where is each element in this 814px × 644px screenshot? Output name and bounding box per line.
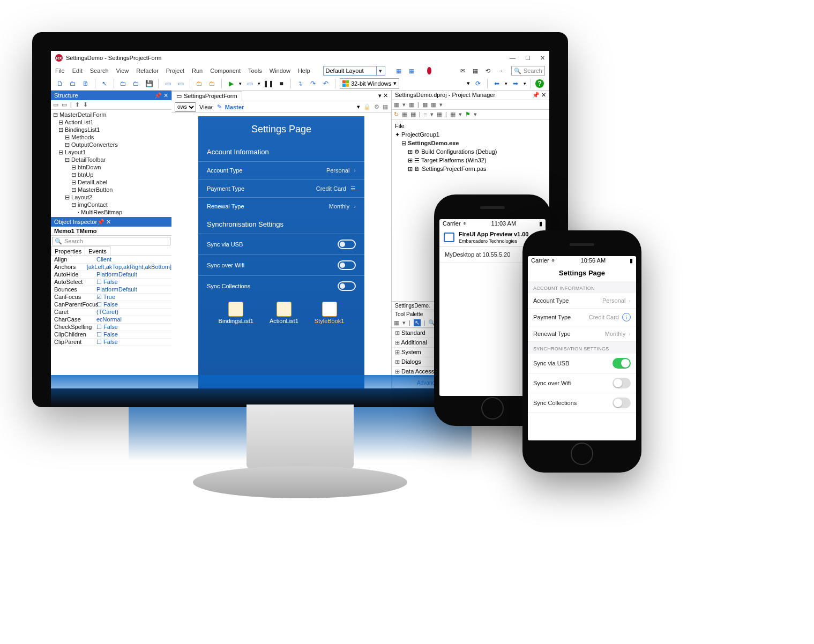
toolbar-icon[interactable]: ⟲	[486, 68, 490, 74]
search-field[interactable]: 🔍Search	[511, 66, 545, 76]
run-no-debug-icon[interactable]: ▭	[245, 79, 255, 88]
back-icon[interactable]: ⬅	[492, 79, 502, 88]
chevron-down-icon[interactable]: ▾	[402, 319, 406, 326]
maximize-button[interactable]: ☐	[525, 55, 531, 62]
menu-help[interactable]: Help	[298, 68, 310, 74]
tree-node[interactable]: ⊟ imgContact	[53, 201, 169, 208]
toolbar-icon[interactable]: ▦	[437, 111, 442, 118]
menu-component[interactable]: Component	[210, 68, 241, 74]
tree-node[interactable]: ⊟ MasterDetailForm	[53, 111, 169, 118]
toolbar-icon[interactable]: ▦	[394, 101, 399, 108]
chevron-down-icon[interactable]: ▾	[474, 111, 477, 118]
menu-project[interactable]: Project	[166, 68, 184, 74]
save-all-icon[interactable]: 💾	[144, 79, 154, 88]
run-folder2-icon[interactable]: 🗀	[207, 79, 217, 88]
step-over-icon[interactable]: ↷	[308, 79, 318, 88]
tree-node[interactable]: ⊟ Layout2	[53, 193, 169, 201]
ows-selector[interactable]: ows	[175, 102, 196, 112]
layout-selector[interactable]: ▾	[323, 66, 385, 76]
inspector-search[interactable]: 🔍Search	[52, 237, 170, 245]
folder-icon[interactable]: 🗀	[118, 79, 128, 88]
project-tree[interactable]: File ✦ ProjectGroup1 ⊟ SettingsDemo.exe …	[392, 119, 549, 175]
list-item[interactable]: Renewal TypeMonthly›	[198, 197, 364, 215]
property-row[interactable]: ClipParent☐ False	[51, 339, 171, 346]
list-item[interactable]: Sync via USB	[528, 354, 636, 373]
chevron-down-icon[interactable]: ▾	[439, 101, 443, 108]
toolbar-icon[interactable]: ▦	[431, 101, 436, 108]
desktop-icon-2[interactable]: ▦	[409, 68, 414, 74]
list-item[interactable]: Payment TypeCredit Cardi	[528, 309, 636, 326]
tree-node[interactable]: · MultiResBitmap	[53, 208, 169, 216]
step-out-icon[interactable]: ↶	[321, 79, 331, 88]
chevron-down-icon[interactable]: ▾	[467, 80, 470, 87]
chevron-down-icon[interactable]: ▾	[402, 101, 406, 108]
list-item[interactable]: Sync over Wifi	[528, 373, 636, 393]
unit-icon[interactable]: ▭	[176, 79, 185, 88]
toolbar-icon[interactable]: ⚑	[465, 111, 471, 118]
toolbar-icon[interactable]: ▦	[394, 319, 399, 326]
toolbar-icon[interactable]: ≡	[424, 111, 427, 118]
up-icon[interactable]: ⬆	[75, 101, 80, 108]
tree-node[interactable]: ⊟ DetailToolbar	[53, 156, 169, 163]
stop-icon[interactable]: ■	[277, 79, 286, 88]
tree-node[interactable]: ⊟ OutputConverters	[53, 141, 169, 148]
chevron-down-icon[interactable]: ▾	[258, 81, 260, 86]
info-icon[interactable]: i	[622, 313, 631, 321]
toolbar-icon[interactable]: ▦	[409, 101, 414, 108]
layout-input[interactable]	[323, 66, 377, 76]
tree-node[interactable]: ⊟ BindingsList1	[53, 126, 169, 133]
tree-node[interactable]: ⊟ Layout1	[53, 148, 169, 156]
grid-icon[interactable]: ▦	[383, 103, 388, 110]
property-row[interactable]: AutoHidePlatformDefault	[51, 271, 171, 279]
toolbar-icon[interactable]: ▭	[53, 101, 58, 108]
list-item[interactable]: Sync Collections	[198, 275, 364, 296]
run-folder1-icon[interactable]: 🗀	[195, 79, 204, 88]
tree-node[interactable]: ⊞ 🗎 SettingsProjectForm.pas	[395, 164, 546, 173]
tree-node[interactable]: ⊟ btnDown	[53, 163, 169, 171]
toolbar-icon[interactable]: ▦	[450, 111, 455, 118]
component-item[interactable]: ActionList1	[270, 302, 298, 324]
toggle[interactable]	[338, 260, 356, 270]
home-button[interactable]	[481, 397, 504, 420]
close-button[interactable]: ✕	[540, 55, 545, 62]
tab-form[interactable]: ▭SettingsProjectForm	[171, 91, 242, 101]
toggle[interactable]	[613, 378, 631, 388]
chevron-down-icon[interactable]: ▾	[505, 81, 507, 86]
chevron-down-icon[interactable]: ▾	[393, 80, 397, 87]
toolbar-icon[interactable]: ▦	[473, 68, 478, 74]
inspector-object[interactable]: Memo1 TMemo	[51, 227, 171, 236]
tab-events[interactable]: Events	[85, 246, 110, 256]
tree-node[interactable]: ⊞ ⚙ Build Configurations (Debug)	[395, 147, 546, 156]
property-row[interactable]: ClipChildren☐ False	[51, 331, 171, 339]
toolbar-icon[interactable]: ▦	[410, 111, 416, 118]
tree-node[interactable]: ⊟ DetailLabel	[53, 178, 169, 186]
property-row[interactable]: BouncesPlatformDefault	[51, 286, 171, 294]
list-item[interactable]: Renewal TypeMonthly›	[528, 326, 636, 342]
run-icon[interactable]: ▶	[226, 79, 236, 88]
platform-selector[interactable]: 32-bit Windows ▾	[340, 78, 399, 89]
forward-icon[interactable]: ➡	[511, 79, 520, 88]
refresh-icon[interactable]: ⟳	[473, 79, 483, 88]
tree-node[interactable]: ⊟ SettingsDemo.exe	[395, 139, 546, 147]
chevron-down-icon[interactable]: ▾	[357, 103, 360, 110]
menu-edit[interactable]: Edit	[72, 68, 83, 74]
list-item[interactable]: Sync via USB	[198, 234, 364, 254]
property-row[interactable]: AutoSelect☐ False	[51, 279, 171, 286]
property-row[interactable]: AlignClient	[51, 256, 171, 264]
toolbar-icon[interactable]: ▦	[402, 111, 407, 118]
list-item[interactable]: Sync over Wifi	[198, 254, 364, 275]
toolbar-icon[interactable]: ✉	[460, 68, 465, 74]
toolbar-icon[interactable]: →	[498, 68, 504, 74]
toolbar-icon[interactable]: ▭	[62, 101, 67, 108]
help-icon[interactable]: ?	[535, 79, 544, 88]
structure-tree[interactable]: ⊟ MasterDetailForm⊟ ActionList1⊟ Binding…	[51, 110, 171, 217]
chevron-down-icon[interactable]: ▾	[430, 111, 434, 118]
tab-controls[interactable]: ▾ ✕	[378, 92, 391, 99]
chevron-down-icon[interactable]: ▾	[239, 81, 242, 86]
toggle[interactable]	[613, 398, 631, 408]
menu-run[interactable]: Run	[192, 68, 203, 74]
menu-search[interactable]: Search	[90, 68, 109, 74]
menu-file[interactable]: File	[55, 68, 65, 74]
tree-node[interactable]: ⊞ ☰ Target Platforms (Win32)	[395, 156, 546, 164]
toggle[interactable]	[338, 239, 356, 249]
